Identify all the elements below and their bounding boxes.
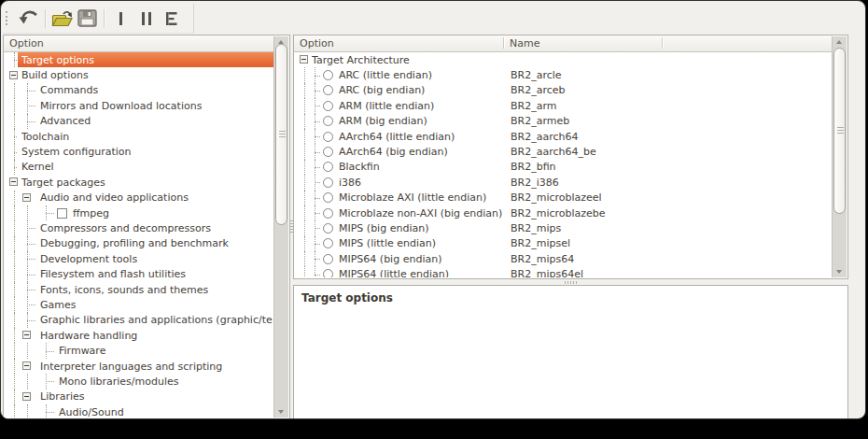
toolbar-drag-handle[interactable] [6,11,10,25]
expander-icon[interactable] [300,52,308,67]
open-button[interactable] [49,7,75,31]
radio-icon[interactable] [323,101,333,111]
radio-icon[interactable] [323,238,333,248]
scroll-down-arrow-icon[interactable] [278,410,284,414]
column-header-name[interactable]: Name [510,35,539,51]
back-button[interactable] [16,7,41,31]
tree-row[interactable]: Mono libraries/modules [5,374,274,389]
column-divider[interactable] [662,37,663,49]
tree-row[interactable]: System configuration [5,144,274,159]
tree-row[interactable]: Firmware [5,343,274,358]
radio-icon[interactable] [323,70,333,80]
tree-row[interactable]: Target packages [5,175,274,190]
expander-icon[interactable] [9,67,18,82]
tree-row[interactable]: Interpreter languages and scripting [5,359,274,374]
tree-row[interactable]: Filesystem and flash utilities [5,266,274,281]
tree-row[interactable]: Build options [5,67,274,82]
scroll-down-arrow-icon[interactable] [836,270,842,274]
tree-row[interactable]: ARC (little endian)BR2_arcle [295,67,833,82]
tree-row[interactable]: ARM (little endian)BR2_arm [295,98,833,113]
right-vertical-scrollbar[interactable] [832,36,847,277]
tree-row[interactable]: ARM (big endian)BR2_armeb [295,114,833,129]
scrollbar-grip [279,131,286,138]
scrollbar-thumb[interactable] [833,48,846,214]
symbol-name: BR2_microblazeel [511,191,602,205]
tree-row[interactable]: Audio/Sound [5,404,274,418]
radio-icon[interactable] [323,162,333,172]
column-header-option[interactable]: Option [300,37,334,50]
tree-row[interactable]: MIPS (little endian)BR2_mipsel [295,236,833,251]
expander-icon[interactable] [18,359,36,374]
scrollbar-thumb[interactable] [275,44,287,225]
tree-row[interactable]: Target options [5,52,274,67]
tree-row[interactable]: Debugging, profiling and benchmark [5,236,274,251]
tree-guide [9,205,18,220]
tree-row[interactable]: Microblaze AXI (little endian)BR2_microb… [295,191,833,205]
tree-guide [308,266,321,277]
radio-icon[interactable] [323,85,333,95]
tree-row[interactable]: MIPS64 (big endian)BR2_mips64 [295,251,833,266]
tree-row[interactable]: Development tools [5,251,274,266]
tree-row[interactable]: ffmpeg [5,205,274,220]
expander-icon[interactable] [18,328,36,343]
tree-row[interactable]: MIPS (big endian)BR2_mips [295,220,833,235]
tree-view-icon [164,11,179,26]
tree-row[interactable]: Mirrors and Download locations [5,98,274,113]
scroll-up-arrow-icon[interactable] [836,40,842,44]
row-label: Target packages [21,177,105,189]
split-view-button[interactable] [133,7,159,31]
tree-row[interactable]: Hardware handling [5,328,274,343]
tree-row[interactable]: AArch64 (big endian)BR2_aarch64_be [295,144,833,159]
expander-icon[interactable] [9,175,18,190]
tree-guide [18,297,36,312]
row-label: MIPS64 (big endian) [339,253,441,265]
radio-icon[interactable] [323,254,333,264]
tree-guide [36,374,55,389]
tree-guide [9,328,18,343]
save-button[interactable] [75,7,100,31]
expander-icon[interactable] [18,389,36,404]
left-vertical-scrollbar[interactable] [273,36,288,418]
tree-row[interactable]: Compressors and decompressors [5,220,274,235]
tree-row[interactable]: AArch64 (little endian)BR2_aarch64 [295,129,833,144]
expander-icon[interactable] [18,191,36,205]
radio-icon[interactable] [323,177,333,188]
radio-icon[interactable] [323,147,333,157]
row-label: Build options [21,69,89,81]
tree-guide [308,67,321,82]
full-view-button[interactable] [159,7,184,31]
radio-icon[interactable] [323,208,333,219]
row-label: Audio and video applications [40,191,189,204]
symbol-name: BR2_arm [511,98,556,113]
tree-row[interactable]: BlackfinBR2_bfin [295,160,833,175]
option-detail-panel: Option Name Target ArchitectureARC (litt… [293,35,848,279]
radio-icon[interactable] [323,132,333,142]
tree-row[interactable]: Games [5,297,274,312]
tree-row[interactable]: Commands [5,83,274,98]
tree-row[interactable]: Toolchain [5,129,274,144]
tree-row[interactable]: Libraries [5,389,274,404]
left-column-header-option[interactable]: Option [4,35,274,52]
tree-row[interactable]: Fonts, icons, sounds and themes [5,282,274,297]
symbol-name: BR2_aarch64_be [511,144,596,159]
row-label: Mono libraries/modules [59,375,179,388]
radio-icon[interactable] [323,116,333,126]
radio-icon[interactable] [323,269,333,277]
tree-guide [9,83,18,98]
splitter-grip [565,281,577,284]
tree-row[interactable]: Kernel [5,160,274,175]
tree-row[interactable]: ARC (big endian)BR2_arceb [295,83,833,98]
single-view-button[interactable] [108,7,133,31]
tree-guide [18,266,36,281]
tree-row[interactable]: Target Architecture [295,52,833,67]
tree-row[interactable]: MIPS64 (little endian)BR2_mips64el [295,266,833,277]
checkbox-icon[interactable] [57,208,67,219]
tree-row[interactable]: i386BR2_i386 [295,175,833,190]
tree-row[interactable]: Microblaze non-AXI (big endian)BR2_micro… [295,205,833,220]
column-divider[interactable] [503,37,504,49]
tree-row[interactable]: Graphic libraries and applications (grap… [5,313,274,328]
radio-icon[interactable] [323,192,333,203]
tree-row[interactable]: Advanced [5,114,274,129]
radio-icon[interactable] [323,223,333,234]
tree-row[interactable]: Audio and video applications [5,191,274,205]
